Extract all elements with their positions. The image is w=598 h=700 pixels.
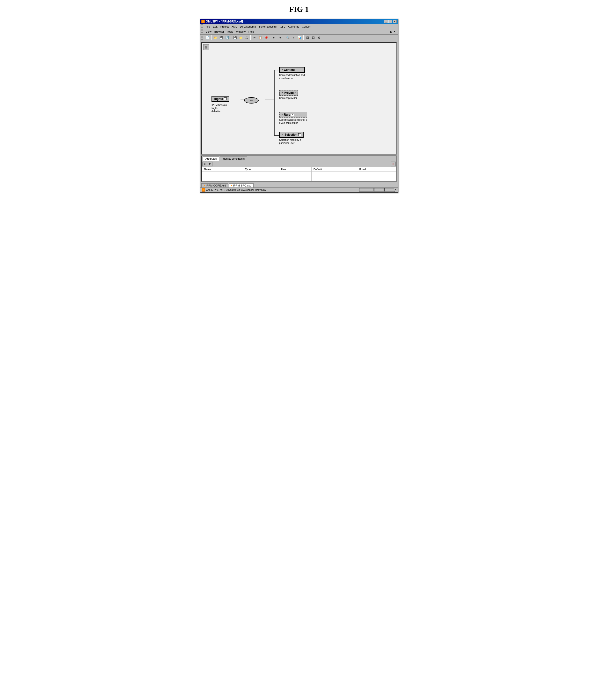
- title-bar: X XMLSPY - [IPRM-SRO.xsd] _ □ ✕: [200, 19, 398, 24]
- content-icon: ≡: [282, 69, 283, 71]
- undo-button[interactable]: ↩: [271, 35, 277, 41]
- rights-node[interactable]: Rights − IPRM Session Rightsdefinition: [211, 96, 229, 102]
- schema-icon: ⊞: [203, 44, 209, 50]
- menu-item-xml[interactable]: XML: [230, 25, 239, 28]
- schema-canvas: ⊞ Rights − IPRM Se: [202, 43, 396, 154]
- tab-attributes[interactable]: Attributes: [203, 156, 219, 161]
- menu-item-project[interactable]: Project: [219, 25, 230, 28]
- file-tab-iprm-sro[interactable]: X IPRM-SRO.xsd: [229, 183, 254, 188]
- col-name: Name: [202, 167, 243, 172]
- rule-label: Rule: [284, 113, 290, 116]
- file-tab-icon2: X: [231, 184, 233, 187]
- selection-icon: ↗: [282, 133, 284, 136]
- grip-left: [201, 24, 203, 29]
- cut-button[interactable]: ✂: [252, 35, 257, 41]
- rights-label: Rights: [214, 97, 223, 101]
- menu-item-authentic[interactable]: Authentic: [286, 25, 301, 28]
- status-right: ╱: [359, 188, 396, 192]
- minimize-button[interactable]: _: [384, 20, 388, 23]
- save2-button[interactable]: 💾: [232, 35, 238, 41]
- menu-item-help[interactable]: Help: [247, 30, 256, 34]
- window: X XMLSPY - [IPRM-SRO.xsd] _ □ ✕ File Edi…: [200, 19, 398, 193]
- rule-description: Specific access rules for agiven content…: [279, 118, 307, 125]
- page-title: FIG 1: [289, 5, 309, 14]
- content-description: Content description andidentification: [279, 74, 305, 80]
- table-row: [202, 176, 396, 181]
- refresh-button[interactable]: 🔄: [224, 35, 230, 41]
- rights-collapse-button[interactable]: −: [224, 98, 227, 100]
- menu-item-tools[interactable]: Tools: [226, 30, 235, 34]
- menu-item-xsl[interactable]: XSL: [279, 25, 286, 28]
- menu-item-edit[interactable]: Edit: [211, 25, 219, 28]
- grip-toolbar: [201, 35, 203, 41]
- bottom-panel: Attributes Identity constraints ≡ ⊞ ✕ Na…: [201, 155, 397, 182]
- provider-node[interactable]: ≡ Provider Content provider: [279, 90, 298, 100]
- menu-item-window[interactable]: Window: [235, 30, 247, 34]
- reload-button[interactable]: ♻: [316, 35, 322, 41]
- table-row: [202, 172, 396, 176]
- grip-left2: [201, 29, 203, 34]
- print-button[interactable]: 🖨: [244, 35, 249, 41]
- paste-button[interactable]: 📌: [263, 35, 269, 41]
- menu-item-dtd[interactable]: DTD/Schema: [239, 25, 257, 28]
- menu-item-browser[interactable]: Browser: [213, 30, 226, 34]
- menu-item-view[interactable]: View: [204, 30, 213, 34]
- check-button[interactable]: ☑: [305, 35, 310, 41]
- status-app-icon: X: [202, 188, 205, 192]
- selection-label: Selection: [285, 133, 297, 136]
- rule-expand-button[interactable]: +: [291, 113, 294, 116]
- selection-node[interactable]: ↗ Selection + Selection made by aparticu…: [279, 132, 304, 145]
- main-content: ⊞ Rights − IPRM Se: [201, 42, 397, 155]
- folder-button[interactable]: 📁: [238, 35, 243, 41]
- attributes-table: Name Type Use Default Fixed: [202, 167, 396, 181]
- add-attr2-button[interactable]: ⊞: [208, 161, 212, 167]
- tab-toolbar: ≡ ⊞ ✕: [202, 161, 396, 167]
- col-type: Type: [243, 167, 279, 172]
- provider-label: Provider: [284, 91, 295, 95]
- col-use: Use: [279, 167, 311, 172]
- col-fixed: Fixed: [357, 167, 396, 172]
- menu-item-schema-design[interactable]: Schema design: [257, 25, 279, 28]
- find-button[interactable]: 🔍: [285, 35, 290, 41]
- resize-grip[interactable]: ╱: [394, 188, 396, 192]
- provider-description: Content provider: [279, 97, 298, 100]
- file-tabs-row: X IPRM-CORE.xsd X IPRM-SRO.xsd: [200, 183, 398, 188]
- delete-attr-button[interactable]: ✕: [391, 161, 396, 167]
- content-label: Content: [284, 68, 295, 72]
- window-right-controls[interactable]: - ⊡ ✕: [388, 30, 397, 33]
- tab-content-area: ≡ ⊞ ✕ Name Type Use Default Fixed: [202, 161, 396, 181]
- validate-button[interactable]: ✔: [291, 35, 296, 41]
- col-default: Default: [311, 167, 357, 172]
- validate2-button[interactable]: 📊: [297, 35, 302, 41]
- maximize-button[interactable]: □: [388, 20, 392, 23]
- copy-button[interactable]: 📋: [258, 35, 263, 41]
- check2-button[interactable]: ☐: [311, 35, 316, 41]
- rule-icon: ≡: [282, 114, 283, 116]
- save-button[interactable]: 💾: [218, 35, 224, 41]
- redo-button[interactable]: ↪: [277, 35, 283, 41]
- add-attr-button[interactable]: ≡: [202, 161, 207, 167]
- tab-identity-constraints[interactable]: Identity constraints: [220, 156, 247, 161]
- content-node[interactable]: ≡ Content Content description andidentif…: [279, 67, 305, 80]
- menu-item-file[interactable]: File: [204, 25, 211, 28]
- tabs-row: Attributes Identity constraints: [202, 156, 396, 161]
- menu-item-convert[interactable]: Convert: [301, 25, 313, 28]
- status-text: XMLSPY v5 rel. 3 U Registered to Alexand…: [206, 189, 266, 191]
- app-icon: X: [201, 20, 205, 23]
- file-tab-iprm-core[interactable]: X IPRM-CORE.xsd: [201, 183, 228, 188]
- open-button[interactable]: 📂: [213, 35, 218, 41]
- selection-expand-button[interactable]: +: [298, 133, 301, 136]
- new-button[interactable]: 📄: [205, 35, 210, 41]
- window-title: XMLSPY - [IPRM-SRO.xsd]: [206, 20, 243, 23]
- close-button[interactable]: ✕: [393, 20, 397, 23]
- file-tab-label1: IPRM-CORE.xsd: [206, 184, 226, 187]
- toolbar: 📄 📂 💾 🔄 💾 📁 🖨 ✂ 📋 📌 ↩ ↪ 🔍 ✔ 📊 ☑ ☐ ♻: [200, 34, 398, 41]
- file-tab-icon1: X: [204, 184, 205, 187]
- provider-icon: ≡: [282, 92, 283, 94]
- menu-bar-row1: File Edit Project XML DTD/Schema Schema …: [200, 24, 398, 34]
- sequence-connector: ···: [244, 97, 259, 103]
- rule-node[interactable]: ≡ Rule + Specific access rules for agive…: [279, 112, 307, 125]
- rights-description: IPRM Session Rightsdefinition: [211, 103, 229, 113]
- file-tab-label2: IPRM-SRO.xsd: [233, 184, 251, 187]
- status-bar: X XMLSPY v5 rel. 3 U Registered to Alexa…: [200, 188, 398, 192]
